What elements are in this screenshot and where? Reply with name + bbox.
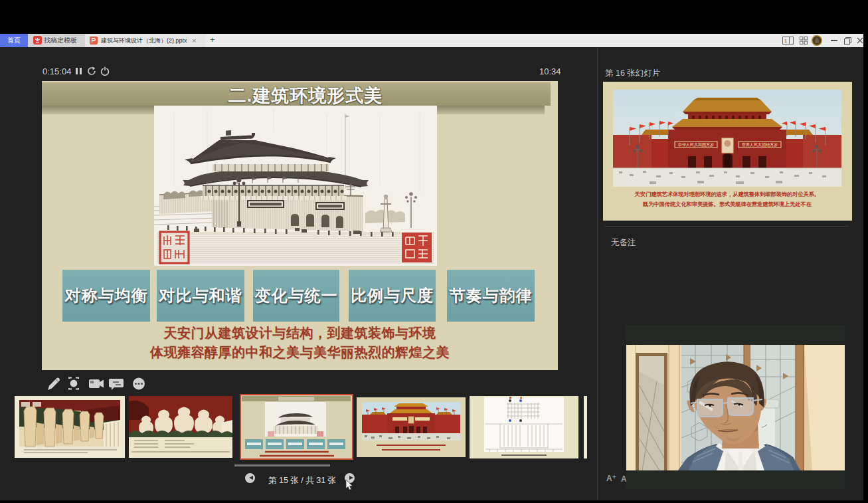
svg-text:天安门建筑艺术体现对理想环境的追求，从建筑整体到细部装饰的对: 天安门建筑艺术体现对理想环境的追求，从建筑整体到细部装饰的对位关系。 bbox=[634, 191, 820, 197]
svg-text:中华人民共和国万岁: 中华人民共和国万岁 bbox=[678, 142, 714, 148]
svg-text:世界人民大团结万岁: 世界人民大团结万岁 bbox=[742, 142, 778, 148]
svg-text:1: 1 bbox=[784, 38, 788, 44]
svg-text:既为中国传统文化和审美提炼。形式美规律在营造建筑环境上无处不: 既为中国传统文化和审美提炼。形式美规律在营造建筑环境上无处不在 bbox=[643, 201, 812, 207]
